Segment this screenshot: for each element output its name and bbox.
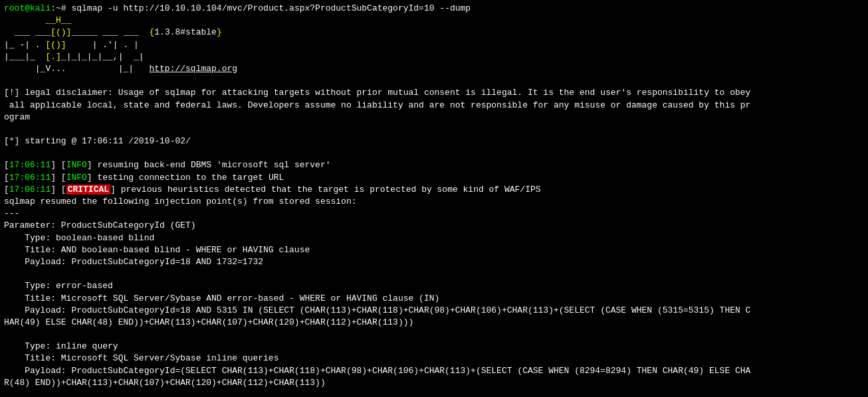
- prompt-user: root@kali: [4, 3, 51, 13]
- log-line-1: [17:06:11] [INFO] resuming back-end DBMS…: [4, 159, 864, 171]
- command-text: sqlmap -u http://10.10.10.104/mvc/Produc…: [71, 3, 471, 13]
- type-1: Type: boolean-based blind: [4, 232, 864, 244]
- separator-line: ---: [4, 208, 864, 220]
- sqlmap-url[interactable]: http://sqlmap.org: [149, 64, 237, 74]
- disclaimer-line-1: [!] legal disclaimer: Usage of sqlmap fo…: [4, 87, 864, 99]
- title-1: Title: AND boolean-based blind - WHERE o…: [4, 244, 864, 256]
- resumed-line: sqlmap resumed the following injection p…: [4, 196, 864, 208]
- title-3: Title: Microsoft SQL Server/Sybase inlin…: [4, 353, 864, 364]
- logo-line-5: |_V... |_| http://sqlmap.org: [4, 63, 864, 75]
- payload-3-line2: R(48) END))+CHAR(113)+CHAR(107)+CHAR(120…: [4, 377, 864, 389]
- command-prompt-line: root@kali:~# sqlmap -u http://10.10.10.1…: [4, 3, 864, 15]
- payload-2-line1: Payload: ProductSubCategoryId=18 AND 531…: [4, 305, 864, 317]
- disclaimer-line-3: ogram: [4, 112, 864, 123]
- type-3: Type: inline query: [4, 341, 864, 353]
- critical-badge: CRITICAL: [66, 185, 110, 195]
- logo-line-2: ___ ___[()]_____ ___ ___ {1.3.8#stable}: [4, 27, 864, 39]
- prompt-separator: :~#: [51, 3, 71, 13]
- log-line-critical: [17:06:11] [CRITICAL] previous heuristic…: [4, 184, 864, 196]
- blank-4: [4, 268, 864, 280]
- logo-line-1: __H__: [4, 15, 864, 27]
- type-2: Type: error-based: [4, 280, 864, 292]
- log-line-2: [17:06:11] [INFO] testing connection to …: [4, 172, 864, 184]
- blank-2: [4, 123, 864, 135]
- logo-line-4: |___|_ [.]_|_|_|_|__,| _|: [4, 51, 864, 63]
- starting-line: [*] starting @ 17:06:11 /2019-10-02/: [4, 135, 864, 147]
- payload-2-line2: HAR(49) ELSE CHAR(48) END))+CHAR(113)+CH…: [4, 317, 864, 329]
- payload-1: Payload: ProductSubCategoryId=18 AND 173…: [4, 256, 864, 268]
- terminal-window: root@kali:~# sqlmap -u http://10.10.10.1…: [0, 0, 868, 397]
- parameter-header: Parameter: ProductSubCategoryId (GET): [4, 220, 864, 232]
- title-2: Title: Microsoft SQL Server/Sybase AND e…: [4, 293, 864, 305]
- blank-3: [4, 147, 864, 159]
- logo-line-3: |_ -| . [()] | .'| . |: [4, 39, 864, 51]
- blank-5: [4, 329, 864, 341]
- disclaimer-line-2: all applicable local, state and federal …: [4, 100, 864, 112]
- payload-3-line1: Payload: ProductSubCategoryId=(SELECT CH…: [4, 365, 864, 377]
- blank-1: [4, 75, 864, 87]
